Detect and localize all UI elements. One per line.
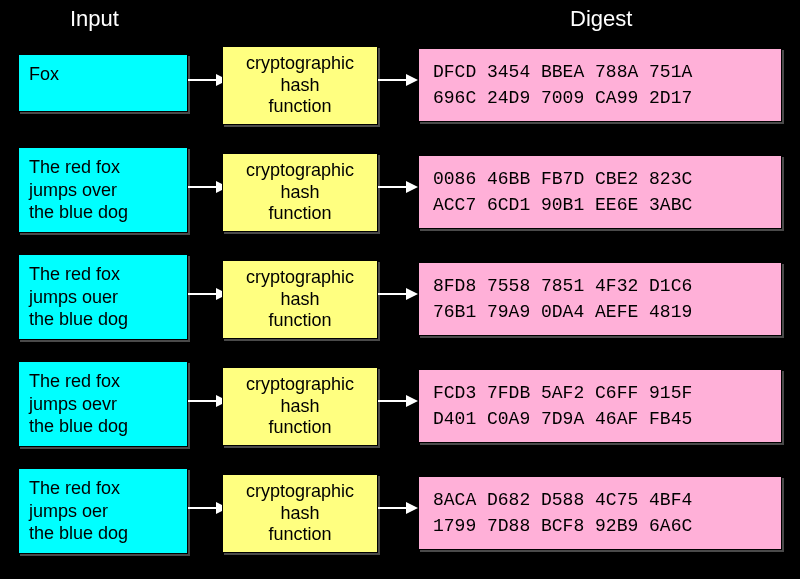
diagram-row: The red foxjumps ouerthe blue dog crypto… (0, 254, 800, 354)
hash-function-box: cryptographichashfunction (222, 153, 378, 232)
arrow-icon (378, 284, 418, 304)
hash-function-box: cryptographichashfunction (222, 367, 378, 446)
digest-output: 8FD8 7558 7851 4F32 D1C6 76B1 79A9 0DA4 … (418, 262, 782, 336)
svg-marker-3 (406, 74, 418, 86)
input-text: The red foxjumps ouerthe blue dog (18, 254, 188, 340)
arrow-icon (378, 177, 418, 197)
input-text: The red foxjumps overthe blue dog (18, 147, 188, 233)
arrow-icon (378, 391, 418, 411)
svg-marker-11 (406, 288, 418, 300)
svg-marker-7 (406, 181, 418, 193)
diagram-row: The red foxjumps oerthe blue dog cryptog… (0, 468, 800, 568)
arrow-icon (378, 498, 418, 518)
svg-marker-19 (406, 502, 418, 514)
hash-function-box: cryptographichashfunction (222, 260, 378, 339)
header-input: Input (70, 6, 119, 32)
diagram-row: Fox cryptographichashfunction DFCD 3454 … (0, 40, 800, 140)
input-text: Fox (18, 54, 188, 112)
svg-marker-15 (406, 395, 418, 407)
hash-function-box: cryptographichashfunction (222, 46, 378, 125)
diagram-row: The red foxjumps overthe blue dog crypto… (0, 147, 800, 247)
arrow-icon (378, 70, 418, 90)
header-digest: Digest (570, 6, 632, 32)
diagram-row: The red foxjumps oevrthe blue dog crypto… (0, 361, 800, 461)
digest-output: 8ACA D682 D588 4C75 4BF4 1799 7D88 BCF8 … (418, 476, 782, 550)
digest-output: 0086 46BB FB7D CBE2 823C ACC7 6CD1 90B1 … (418, 155, 782, 229)
digest-output: FCD3 7FDB 5AF2 C6FF 915F D401 C0A9 7D9A … (418, 369, 782, 443)
hash-function-box: cryptographichashfunction (222, 474, 378, 553)
digest-output: DFCD 3454 BBEA 788A 751A 696C 24D9 7009 … (418, 48, 782, 122)
input-text: The red foxjumps oevrthe blue dog (18, 361, 188, 447)
input-text: The red foxjumps oerthe blue dog (18, 468, 188, 554)
